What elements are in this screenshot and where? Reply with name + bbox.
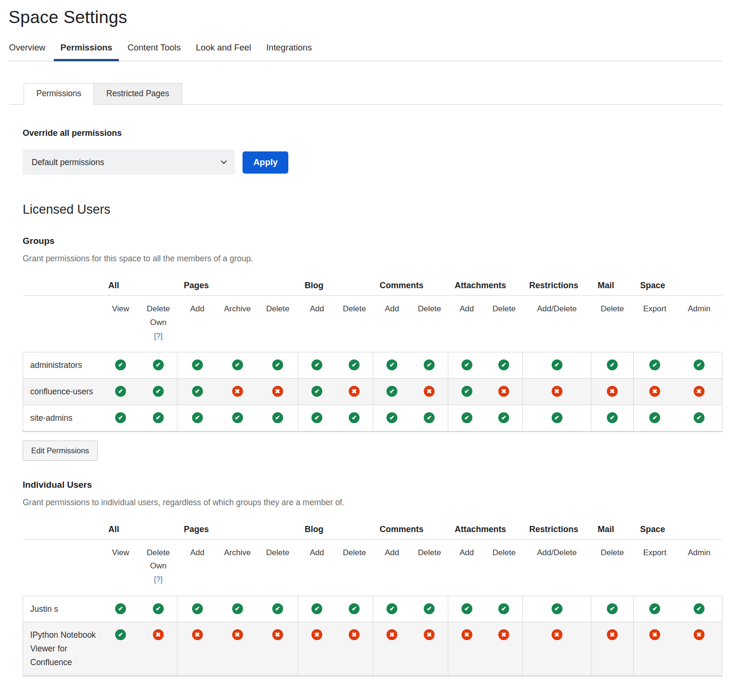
column-header-label: Add [385, 548, 399, 557]
perm-cell: ✖ [448, 622, 486, 676]
column-header-comments-delete: Delete [411, 296, 448, 352]
column-group-mail: Mail [591, 519, 634, 540]
column-header-all-delete-own: Delete Own[?] [140, 539, 177, 596]
perm-cell: ✖ [336, 622, 373, 676]
column-header-pages-delete: Delete [258, 539, 298, 596]
nav-tab-permissions[interactable]: Permissions [60, 42, 113, 61]
row-label-spacer [23, 539, 102, 596]
perm-cell: ✔ [676, 352, 722, 378]
column-header-restrictions-add-delete: Add/Delete [523, 296, 591, 352]
row-label: administrators [23, 352, 102, 378]
row-label: IPython Notebook Viewer for Confluence [23, 622, 102, 676]
column-header-label: Delete [601, 548, 624, 557]
column-header-pages-add: Add [177, 539, 218, 596]
sub-tab-restricted-pages[interactable]: Restricted Pages [94, 83, 182, 105]
permission-denied-icon: ✖ [607, 629, 618, 640]
perm-cell: ✖ [411, 622, 448, 676]
column-header-label: Delete [343, 304, 366, 313]
permission-granted-icon: ✔ [386, 386, 397, 397]
delete-own-help-link[interactable]: [?] [141, 330, 176, 342]
column-header-label: Archive [224, 304, 251, 313]
individual-users-heading: Individual Users [23, 480, 722, 490]
perm-cell: ✔ [336, 596, 373, 622]
column-header-label: Delete [343, 548, 366, 557]
column-header-all-view: View [102, 296, 140, 352]
perm-cell: ✔ [411, 596, 448, 622]
permission-granted-icon: ✔ [694, 359, 705, 370]
perm-cell: ✔ [448, 405, 486, 431]
column-header-label: Delete [266, 304, 289, 313]
perm-cell: ✔ [373, 352, 411, 378]
perm-cell: ✔ [411, 352, 448, 378]
override-permissions-selected-value: Default permissions [32, 158, 104, 167]
permission-denied-icon: ✖ [272, 629, 283, 640]
permission-granted-icon: ✔ [386, 603, 397, 614]
perm-cell: ✔ [177, 378, 218, 405]
sub-tab-permissions[interactable]: Permissions [24, 83, 94, 105]
permission-granted-icon: ✔ [153, 386, 164, 397]
permission-denied-icon: ✖ [424, 386, 435, 397]
column-header-blog-add: Add [298, 296, 336, 352]
column-group-space: Space [634, 275, 722, 296]
perm-cell: ✔ [448, 596, 486, 622]
apply-button[interactable]: Apply [243, 151, 288, 174]
row-label-spacer [23, 519, 102, 540]
nav-tab-look-and-feel[interactable]: Look and Feel [195, 42, 252, 61]
row-label-spacer [23, 275, 102, 296]
permission-granted-icon: ✔ [192, 386, 203, 397]
perm-cell: ✔ [218, 352, 258, 378]
override-permissions-select[interactable]: Default permissions [23, 150, 235, 175]
permission-denied-icon: ✖ [232, 386, 243, 397]
column-header-attachments-add: Add [448, 296, 486, 352]
permission-granted-icon: ✔ [349, 412, 360, 423]
column-header-label: Add [190, 304, 204, 313]
nav-tab-content-tools[interactable]: Content Tools [127, 42, 181, 61]
perm-cell: ✔ [177, 405, 218, 431]
perm-cell: ✔ [218, 596, 258, 622]
perm-cell: ✔ [523, 405, 591, 431]
permission-granted-icon: ✔ [552, 359, 562, 370]
column-group-pages: Pages [177, 275, 298, 296]
space-settings-page: Space Settings Overview Permissions Cont… [0, 0, 730, 676]
permission-denied-icon: ✖ [232, 629, 243, 640]
column-group-all: All [102, 275, 177, 296]
permission-granted-icon: ✔ [498, 603, 509, 614]
perm-cell: ✖ [591, 622, 634, 676]
table-row: confluence-users✔✔✔✖✖✔✖✔✖✔✖✖✖✖✖ [23, 378, 722, 405]
column-header-mail-delete: Delete [591, 296, 634, 352]
perm-cell: ✖ [591, 378, 634, 405]
perm-cell: ✔ [591, 405, 634, 431]
row-label: site-admins [23, 405, 102, 431]
column-group-header-row: AllPagesBlogCommentsAttachmentsRestricti… [23, 275, 722, 296]
perm-cell: ✔ [298, 352, 336, 378]
perm-cell: ✔ [676, 596, 722, 622]
column-group-attachments: Attachments [448, 519, 523, 540]
column-header-space-admin: Admin [676, 539, 722, 596]
nav-tab-integrations[interactable]: Integrations [266, 42, 312, 61]
perm-cell: ✔ [448, 378, 486, 405]
perm-cell: ✖ [486, 622, 523, 676]
perm-cell: ✔ [486, 596, 523, 622]
permission-denied-icon: ✖ [552, 629, 562, 640]
delete-own-help-link[interactable]: [?] [141, 573, 176, 586]
permission-granted-icon: ✔ [607, 359, 618, 370]
column-header-comments-delete: Delete [411, 539, 448, 596]
perm-cell: ✔ [336, 352, 373, 378]
perm-cell: ✔ [140, 596, 177, 622]
nav-tab-overview[interactable]: Overview [8, 42, 46, 61]
permission-denied-icon: ✖ [153, 629, 164, 640]
permission-denied-icon: ✖ [461, 629, 472, 640]
permission-denied-icon: ✖ [272, 386, 283, 397]
column-header-comments-add: Add [373, 296, 411, 352]
edit-permissions-button[interactable]: Edit Permissions [23, 441, 98, 461]
perm-cell: ✔ [591, 352, 634, 378]
permission-granted-icon: ✔ [694, 603, 705, 614]
column-header-label: Add [310, 548, 324, 557]
permission-granted-icon: ✔ [153, 412, 164, 423]
row-label: Justin s [23, 596, 102, 622]
perm-cell: ✔ [102, 622, 140, 676]
table-row: IPython Notebook Viewer for Confluence✔✖… [23, 622, 722, 676]
permission-denied-icon: ✖ [649, 386, 660, 397]
permission-granted-icon: ✔ [461, 386, 472, 397]
column-group-pages: Pages [177, 519, 298, 540]
